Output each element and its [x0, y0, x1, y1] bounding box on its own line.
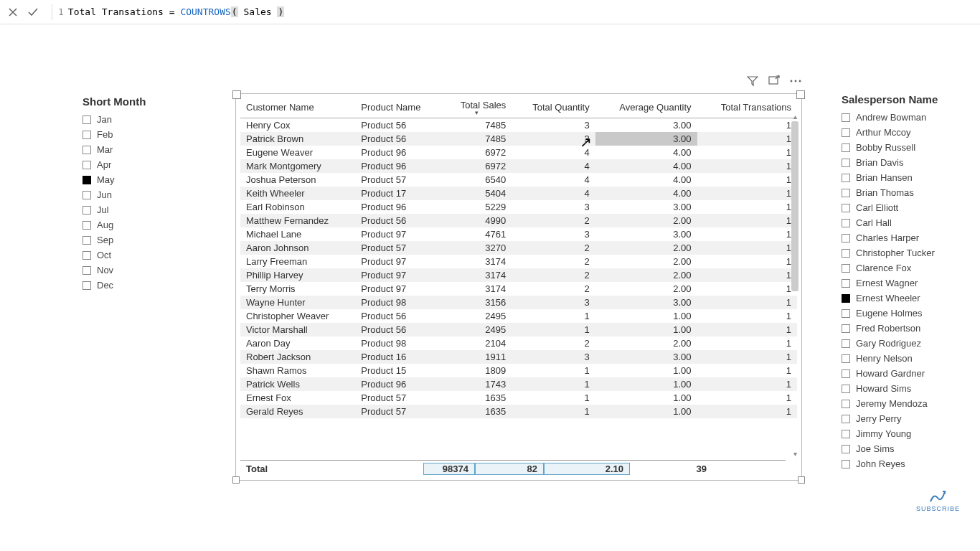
vertical-scrollbar[interactable]: ▴ ▾ [790, 111, 800, 458]
checkbox-icon[interactable] [83, 191, 91, 199]
salesperson-slicer-item[interactable]: Brian Davis [842, 155, 971, 170]
salesperson-slicer-item[interactable]: Carl Elliott [842, 200, 971, 215]
month-slicer-item[interactable]: Mar [83, 142, 212, 157]
salesperson-slicer-item[interactable]: Henry Nelson [842, 351, 971, 366]
scroll-up-icon[interactable]: ▴ [790, 111, 800, 121]
salesperson-slicer-item[interactable]: Fred Robertson [842, 321, 971, 336]
table-row[interactable]: Wayne HunterProduct 98315633.001 [240, 296, 797, 309]
checkbox-icon[interactable] [83, 176, 91, 184]
checkbox-icon[interactable] [842, 219, 850, 227]
checkbox-icon[interactable] [842, 264, 850, 273]
salesperson-slicer-item[interactable]: Arthur Mccoy [842, 125, 971, 140]
checkbox-icon[interactable] [83, 116, 91, 124]
checkbox-icon[interactable] [842, 294, 850, 303]
checkbox-icon[interactable] [842, 113, 850, 122]
month-slicer-item[interactable]: Oct [83, 248, 212, 263]
month-slicer-item[interactable]: Dec [83, 278, 212, 293]
table-row[interactable]: Eugene WeaverProduct 96697244.001 [240, 146, 797, 159]
checkbox-icon[interactable] [842, 143, 850, 152]
column-header[interactable]: Customer Name [240, 97, 355, 118]
month-slicer-item[interactable]: Feb [83, 127, 212, 142]
salesperson-slicer-item[interactable]: Howard Gardner [842, 366, 971, 381]
table-row[interactable]: Ernest FoxProduct 57163511.001 [240, 391, 797, 405]
focus-mode-icon[interactable] [768, 75, 781, 88]
table-row[interactable]: Mark MontgomeryProduct 96697244.001 [240, 159, 797, 173]
month-slicer-item[interactable]: Apr [83, 157, 212, 172]
month-slicer-item[interactable]: Jan [83, 112, 212, 127]
salesperson-slicer-item[interactable]: Joe Sims [842, 441, 971, 456]
table-row[interactable]: Robert JacksonProduct 16191133.001 [240, 350, 797, 364]
checkbox-icon[interactable] [83, 251, 91, 260]
month-slicer-item[interactable]: Jun [83, 187, 212, 202]
checkbox-icon[interactable] [842, 430, 850, 438]
salesperson-slicer-item[interactable]: Gary Rodriguez [842, 336, 971, 351]
column-header[interactable]: Total Transations [697, 97, 797, 118]
column-header[interactable]: Total Quantity [512, 97, 595, 118]
month-slicer-item[interactable]: Nov [83, 263, 212, 278]
salesperson-slicer-item[interactable]: Bobby Russell [842, 140, 971, 155]
table-row[interactable]: Larry FreemanProduct 97317422.001 [240, 255, 797, 268]
salesperson-slicer-item[interactable]: John Reyes [842, 456, 971, 471]
table-row[interactable]: Matthew FernandezProduct 56499022.001 [240, 214, 797, 227]
table-row[interactable]: Terry MorrisProduct 97317422.001 [240, 282, 797, 296]
checkbox-icon[interactable] [842, 174, 850, 182]
column-header[interactable]: Average Quantity [595, 97, 697, 118]
data-table[interactable]: Customer NameProduct NameTotal SalesTota… [240, 97, 797, 418]
salesperson-slicer-item[interactable]: Brian Thomas [842, 185, 971, 200]
checkbox-icon[interactable] [842, 204, 850, 212]
more-options-icon[interactable] [789, 75, 802, 88]
table-row[interactable]: Keith WheelerProduct 17540444.001 [240, 187, 797, 200]
filter-icon[interactable] [746, 75, 759, 88]
checkbox-icon[interactable] [842, 189, 850, 197]
table-row[interactable]: Gerald ReyesProduct 57163511.001 [240, 405, 797, 418]
checkbox-icon[interactable] [842, 249, 850, 258]
table-row[interactable]: Shawn RamosProduct 15180911.001 [240, 364, 797, 377]
salesperson-slicer-item[interactable]: Brian Hansen [842, 170, 971, 185]
checkbox-icon[interactable] [842, 279, 850, 288]
table-row[interactable]: Michael LaneProduct 97476133.001 [240, 227, 797, 241]
table-visual[interactable]: Customer NameProduct NameTotal SalesTota… [235, 93, 802, 481]
formula-commit-button[interactable] [26, 5, 40, 19]
scroll-down-icon[interactable]: ▾ [790, 448, 800, 458]
checkbox-icon[interactable] [842, 385, 850, 393]
checkbox-icon[interactable] [842, 354, 850, 363]
checkbox-icon[interactable] [842, 159, 850, 167]
month-slicer[interactable]: Short Month JanFebMarAprMayJunJulAugSepO… [83, 95, 212, 293]
table-row[interactable]: Victor MarshallProduct 56249511.001 [240, 323, 797, 336]
checkbox-icon[interactable] [83, 221, 91, 230]
checkbox-icon[interactable] [842, 445, 850, 453]
salesperson-slicer[interactable]: Salesperson Name Andrew BowmanArthur Mcc… [842, 93, 971, 471]
table-row[interactable]: Earl RobinsonProduct 96522933.001 [240, 200, 797, 214]
table-row[interactable]: Joshua PetersonProduct 57654044.001 [240, 173, 797, 187]
checkbox-icon[interactable] [842, 415, 850, 423]
salesperson-slicer-item[interactable]: Jeremy Mendoza [842, 396, 971, 411]
checkbox-icon[interactable] [83, 236, 91, 245]
month-slicer-item[interactable]: May [83, 172, 212, 187]
checkbox-icon[interactable] [83, 206, 91, 215]
subscribe-badge[interactable]: SUBSCRIBE [916, 489, 960, 512]
table-row[interactable]: Phillip HarveyProduct 97317422.001 [240, 268, 797, 282]
table-row[interactable]: Patrick BrownProduct 56748533.001 [240, 132, 797, 146]
checkbox-icon[interactable] [842, 460, 850, 468]
column-header[interactable]: Product Name [355, 97, 442, 118]
checkbox-icon[interactable] [83, 281, 91, 290]
salesperson-slicer-item[interactable]: Carl Hall [842, 215, 971, 230]
scrollbar-thumb[interactable] [791, 121, 798, 291]
checkbox-icon[interactable] [842, 324, 850, 333]
salesperson-slicer-item[interactable]: Jerry Perry [842, 411, 971, 426]
salesperson-slicer-item[interactable]: Jimmy Young [842, 426, 971, 441]
table-row[interactable]: Aaron JohnsonProduct 57327022.001 [240, 241, 797, 255]
checkbox-icon[interactable] [842, 234, 850, 242]
checkbox-icon[interactable] [842, 339, 850, 348]
month-slicer-item[interactable]: Sep [83, 232, 212, 248]
salesperson-slicer-item[interactable]: Eugene Holmes [842, 306, 971, 321]
checkbox-icon[interactable] [83, 146, 91, 154]
month-slicer-item[interactable]: Aug [83, 217, 212, 232]
table-row[interactable]: Aaron DayProduct 98210422.001 [240, 336, 797, 350]
checkbox-icon[interactable] [83, 266, 91, 275]
salesperson-slicer-item[interactable]: Clarence Fox [842, 260, 971, 276]
column-header[interactable]: Total Sales [442, 97, 512, 118]
table-row[interactable]: Henry CoxProduct 56748533.001 [240, 118, 797, 133]
checkbox-icon[interactable] [842, 400, 850, 408]
salesperson-slicer-item[interactable]: Ernest Wheeler [842, 291, 971, 306]
